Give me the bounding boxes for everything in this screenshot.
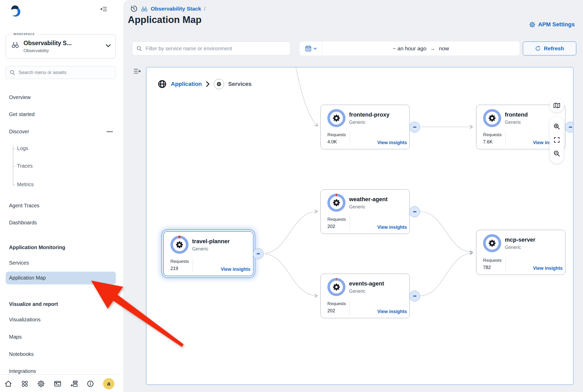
view-insights-link[interactable]: View insights bbox=[221, 267, 250, 272]
sidebar-item-traces[interactable]: Traces bbox=[0, 162, 123, 171]
history-icon[interactable] bbox=[130, 5, 138, 13]
requests-label: Requests bbox=[483, 258, 563, 263]
gear-icon bbox=[333, 284, 340, 291]
refresh-button[interactable]: Refresh bbox=[523, 42, 576, 55]
service-name: frontend bbox=[505, 111, 528, 118]
tree-dash bbox=[13, 166, 15, 167]
requests-label: Requests bbox=[170, 259, 250, 264]
requests-label: Requests bbox=[327, 132, 407, 137]
apps-icon[interactable] bbox=[21, 380, 29, 388]
sidebar-item-label: Agent Traces bbox=[9, 203, 40, 209]
sidebar-search[interactable] bbox=[6, 66, 116, 79]
requests-label: Requests bbox=[327, 301, 407, 306]
apm-settings-button[interactable]: APM Settings bbox=[529, 21, 575, 28]
service-filter-input[interactable] bbox=[145, 45, 286, 52]
minimap-button[interactable] bbox=[550, 99, 564, 112]
stat-divider bbox=[193, 258, 193, 272]
service-node-events-agent[interactable]: events-agent Generic Requests 202 View i… bbox=[320, 274, 410, 318]
sidebar-item-maps[interactable]: Maps bbox=[0, 333, 123, 342]
sidebar-item-application-map[interactable]: Application Map bbox=[0, 274, 123, 283]
stat-divider bbox=[350, 132, 350, 146]
map-breadcrumb-application[interactable]: Application bbox=[171, 81, 202, 87]
service-stats: Requests 4.0K View insights bbox=[327, 132, 407, 146]
minus-icon bbox=[569, 127, 572, 128]
application-map-canvas[interactable]: Application Services frontend-proxy Gene… bbox=[146, 67, 574, 385]
view-insights-link[interactable]: View insights bbox=[377, 225, 407, 230]
view-insights-link[interactable]: View insights bbox=[533, 266, 563, 271]
workspace-selector[interactable]: WORKSPACE Observability S... Observabili… bbox=[6, 34, 116, 59]
sidebar-item-get-started[interactable]: Get started bbox=[0, 110, 123, 119]
search-icon bbox=[10, 70, 15, 75]
app-logo-icon bbox=[8, 4, 23, 20]
collapse-badge[interactable] bbox=[409, 291, 420, 301]
binoculars-icon bbox=[11, 41, 19, 50]
service-name: frontend-proxy bbox=[349, 111, 389, 118]
service-health-ring bbox=[327, 193, 346, 212]
sidebar-collapse-icon[interactable] bbox=[100, 6, 107, 13]
fullscreen-button[interactable] bbox=[554, 137, 560, 143]
collapse-badge[interactable] bbox=[409, 206, 420, 217]
sidebar-item-dashboards[interactable]: Dashboards bbox=[0, 219, 123, 227]
zoom-in-button[interactable] bbox=[553, 123, 560, 130]
collapse-minus-icon[interactable]: — bbox=[107, 128, 113, 135]
arrow-right-icon: → bbox=[430, 45, 435, 52]
sidebar-item-services[interactable]: Services bbox=[0, 259, 123, 268]
collapse-badge[interactable] bbox=[565, 122, 574, 133]
service-type: Generic bbox=[349, 289, 365, 294]
minus-icon bbox=[257, 253, 260, 254]
service-node-mcp-server[interactable]: mcp-server Generic Requests 782 View ins… bbox=[476, 230, 565, 275]
collapse-badge[interactable] bbox=[409, 122, 420, 133]
stat-divider bbox=[350, 216, 350, 230]
sidebar-item-notebooks[interactable]: Notebooks bbox=[0, 350, 123, 359]
info-icon[interactable] bbox=[86, 380, 94, 388]
service-stats: Requests 219 View insights bbox=[170, 259, 250, 272]
breadcrumb-separator: / bbox=[204, 5, 206, 12]
gear-icon bbox=[333, 115, 340, 122]
service-health-ring bbox=[327, 109, 346, 128]
service-node-weather-agent[interactable]: weather-agent Generic Requests 202 View … bbox=[320, 189, 410, 234]
sidebar-item-label: Visualize and report bbox=[9, 301, 58, 307]
binoculars-icon bbox=[141, 6, 148, 12]
breadcrumb-workspace-link[interactable]: Observability Stack bbox=[151, 6, 201, 12]
service-health-ring bbox=[483, 109, 502, 128]
sidebar-item-logs[interactable]: Logs bbox=[0, 144, 123, 153]
sidebar-item-label: Logs bbox=[17, 145, 28, 151]
user-avatar[interactable]: a bbox=[103, 378, 114, 389]
sidebar-search-input[interactable] bbox=[18, 70, 112, 76]
stat-divider bbox=[505, 132, 506, 146]
home-icon[interactable] bbox=[4, 380, 12, 388]
sidebar-item-label: Application Map bbox=[9, 275, 46, 281]
sidebar-item-metrics[interactable]: Metrics bbox=[0, 181, 123, 189]
gear-icon bbox=[333, 199, 340, 206]
apm-settings-label: APM Settings bbox=[538, 21, 575, 28]
view-insights-link[interactable]: View insights bbox=[377, 140, 407, 145]
add-panel-icon[interactable] bbox=[70, 380, 78, 388]
breadcrumb: Observability Stack / bbox=[130, 5, 206, 13]
service-filter[interactable] bbox=[132, 42, 290, 55]
sidebar-item-discover[interactable]: Discover— bbox=[0, 128, 123, 136]
panel-expand-icon[interactable] bbox=[133, 68, 141, 75]
service-node-frontend-proxy[interactable]: frontend-proxy Generic Requests 4.0K Vie… bbox=[320, 105, 410, 149]
workspace-name: Observability S... bbox=[23, 40, 72, 47]
time-range-display[interactable]: ~ an hour ago → now bbox=[322, 45, 519, 52]
service-name: travel-planner bbox=[192, 238, 230, 245]
sidebar-item-overview[interactable]: Overview bbox=[0, 93, 123, 102]
view-insights-link[interactable]: View insights bbox=[377, 309, 407, 314]
calendar-button[interactable] bbox=[300, 42, 322, 55]
tree-dash bbox=[13, 185, 15, 185]
tree-dash bbox=[13, 149, 15, 149]
sidebar-item-label: Metrics bbox=[17, 182, 34, 187]
map-icon bbox=[553, 102, 560, 109]
gear-icon bbox=[489, 115, 496, 122]
zoom-out-button[interactable] bbox=[553, 150, 560, 157]
service-node-travel-planner[interactable]: travel-planner Generic Requests 219 View… bbox=[163, 231, 254, 276]
service-gear-icon bbox=[214, 79, 224, 89]
service-stats: Requests 202 View insights bbox=[327, 217, 407, 230]
settings-icon[interactable] bbox=[37, 380, 45, 388]
collapse-badge[interactable] bbox=[253, 248, 264, 259]
page-title: Application Map bbox=[128, 14, 202, 25]
sidebar-item-visualizations[interactable]: Visualizations bbox=[0, 316, 123, 324]
sidebar-item-agent-traces[interactable]: Agent Traces bbox=[0, 202, 123, 210]
terminal-icon[interactable] bbox=[54, 380, 61, 388]
requests-label: Requests bbox=[327, 217, 407, 222]
